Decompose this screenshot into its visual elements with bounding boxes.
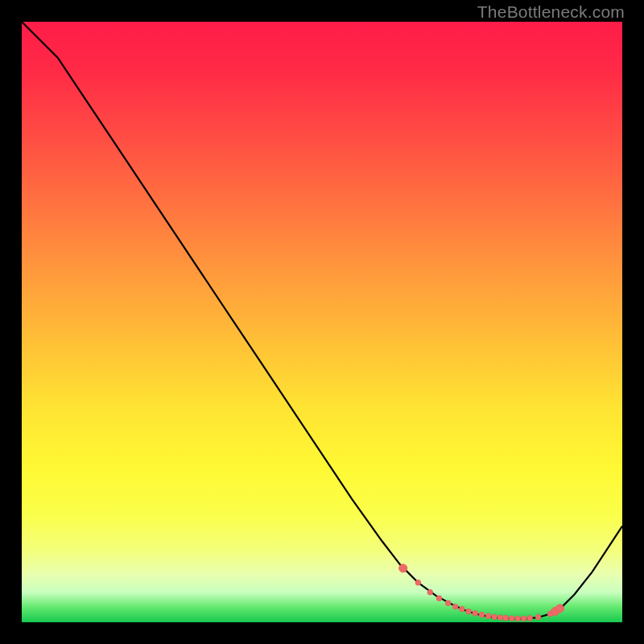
chart-svg [22, 22, 622, 622]
curve-marker [509, 616, 514, 621]
curve-marker [415, 580, 421, 585]
curve-marker [452, 604, 458, 609]
curve-marker [466, 609, 472, 614]
curve-marker [445, 601, 451, 606]
curve-marker [479, 612, 485, 617]
curve-marker [515, 616, 521, 621]
curve-marker [399, 564, 407, 572]
curve-marker [427, 589, 433, 595]
curve-marker [503, 615, 509, 621]
chart-frame: TheBottleneck.com [0, 0, 644, 644]
watermark-text: TheBottleneck.com [477, 2, 625, 22]
curve-marker [521, 616, 526, 621]
curve-marker [459, 606, 464, 612]
curve-marker [436, 596, 442, 601]
curve-marker [535, 614, 541, 620]
curve-marker [497, 615, 503, 621]
bottleneck-curve [22, 22, 622, 619]
curve-marker [473, 610, 478, 616]
curve-marker [555, 605, 564, 613]
curve-marker [527, 616, 533, 621]
curve-marker [485, 613, 491, 619]
curve-markers [399, 564, 564, 621]
curve-marker [492, 614, 497, 620]
